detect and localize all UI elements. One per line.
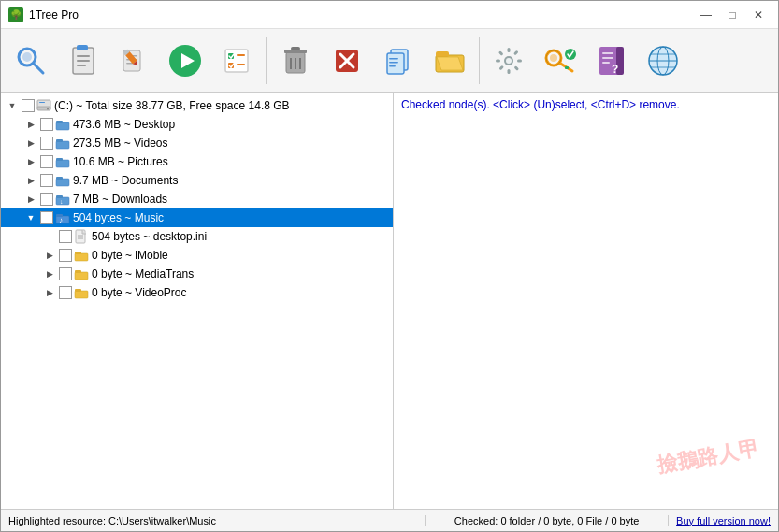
- svg-rect-38: [389, 62, 398, 64]
- drive-c-label: (C:) ~ Total size 38.77 GB, Free space 1…: [54, 99, 290, 112]
- svg-rect-91: [75, 253, 88, 261]
- status-bar: Highlighted resource: C:\Users\itwalker\…: [1, 509, 778, 531]
- checkbox-desktop-ini[interactable]: [59, 230, 72, 243]
- delete-button[interactable]: [323, 34, 371, 88]
- tree-item-desktop[interactable]: ▶ 473.6 MB ~ Desktop: [1, 115, 393, 134]
- copy-icon: [381, 43, 416, 79]
- toolbar-separator-1: [266, 37, 267, 84]
- file-desktop-ini-icon: [74, 229, 89, 244]
- trash-button[interactable]: [271, 34, 320, 88]
- tree-item-downloads[interactable]: ▶ ↓ 7 MB ~ Downloads: [1, 190, 393, 208]
- tree-item-imobie[interactable]: ▶ 0 byte ~ iMobie: [1, 246, 393, 265]
- tree-item-pictures[interactable]: ▶ 10.6 MB ~ Pictures: [1, 152, 393, 171]
- expand-mediatrans[interactable]: ▶: [42, 266, 57, 281]
- checkbox-desktop[interactable]: [40, 118, 53, 131]
- toolbar: ?: [1, 29, 778, 93]
- checklist-button[interactable]: [212, 34, 261, 88]
- key-icon: [542, 43, 578, 79]
- svg-rect-73: [39, 102, 45, 103]
- scan-button[interactable]: [7, 34, 55, 88]
- help-button[interactable]: ?: [587, 34, 636, 88]
- buy-button[interactable]: Buy full version now!: [669, 515, 778, 526]
- checkbox-imobie[interactable]: [59, 249, 72, 262]
- globe-icon: [645, 43, 681, 79]
- checkbox-downloads[interactable]: [40, 193, 53, 206]
- maximize-button[interactable]: □: [720, 6, 744, 24]
- music-label: 504 bytes ~ Music: [73, 211, 164, 224]
- svg-rect-75: [56, 121, 63, 123]
- copy-button[interactable]: [374, 34, 423, 88]
- svg-rect-96: [75, 289, 81, 292]
- svg-rect-76: [56, 141, 69, 149]
- videos-label: 273.5 MB ~ Videos: [73, 137, 168, 150]
- settings-button[interactable]: [484, 34, 533, 88]
- checkbox-mediatrans[interactable]: [59, 267, 72, 280]
- expand-pictures[interactable]: ▶: [23, 154, 38, 169]
- paste-button[interactable]: [58, 34, 107, 88]
- tree-item-videos[interactable]: ▶ 273.5 MB ~ Videos: [1, 134, 393, 152]
- tree-item-music[interactable]: ▼ ♪ 504 bytes ~ Music: [1, 208, 393, 227]
- expand-desktop[interactable]: ▶: [23, 117, 38, 132]
- svg-rect-94: [75, 270, 81, 273]
- checkbox-music[interactable]: [40, 211, 53, 224]
- svg-rect-92: [75, 252, 81, 254]
- checkbox-videoproc[interactable]: [59, 286, 72, 299]
- scan-icon: [13, 43, 49, 79]
- svg-line-1: [34, 64, 43, 73]
- svg-rect-42: [436, 51, 449, 57]
- toolbar-separator-2: [479, 37, 480, 84]
- folder-open-button[interactable]: [426, 34, 474, 88]
- tree-panel[interactable]: ▼ (C:) ~ Total size 38.77 GB, Free space…: [1, 93, 394, 509]
- svg-rect-45: [508, 48, 511, 52]
- edit-button[interactable]: [109, 34, 158, 88]
- svg-point-72: [47, 108, 49, 110]
- tree-item-documents[interactable]: ▶ 9.7 MB ~ Documents: [1, 171, 393, 190]
- settings-icon: [491, 43, 527, 79]
- svg-rect-5: [77, 55, 90, 57]
- help-icon: ?: [594, 43, 629, 79]
- trash-icon: [278, 43, 313, 79]
- expand-videoproc[interactable]: ▶: [42, 285, 57, 300]
- tree-item-drive-c[interactable]: ▼ (C:) ~ Total size 38.77 GB, Free space…: [1, 96, 393, 115]
- expand-imobie[interactable]: ▶: [42, 248, 57, 263]
- svg-rect-51: [513, 50, 519, 55]
- checkbox-documents[interactable]: [40, 174, 53, 187]
- close-button[interactable]: ✕: [746, 6, 771, 24]
- tree-item-desktop-ini[interactable]: 504 bytes ~ desktop.ini: [1, 227, 393, 246]
- folder-videos-icon: [55, 136, 70, 151]
- key-button[interactable]: [536, 34, 584, 88]
- play-button[interactable]: [161, 34, 209, 88]
- checkbox-pictures[interactable]: [40, 155, 53, 168]
- expand-videos[interactable]: ▶: [23, 136, 38, 151]
- imobie-label: 0 byte ~ iMobie: [92, 249, 168, 262]
- main-area: ▼ (C:) ~ Total size 38.77 GB, Free space…: [1, 93, 778, 509]
- globe-button[interactable]: [639, 34, 687, 88]
- svg-rect-7: [77, 65, 86, 66]
- svg-rect-80: [56, 179, 69, 186]
- expand-downloads[interactable]: ▶: [23, 192, 38, 207]
- svg-rect-47: [496, 59, 500, 62]
- svg-point-58: [565, 49, 576, 60]
- expand-music[interactable]: ▼: [23, 210, 38, 225]
- svg-rect-95: [75, 291, 88, 298]
- app-icon: 🌳: [8, 7, 23, 22]
- folder-documents-icon: [55, 173, 70, 188]
- expand-documents[interactable]: ▶: [23, 173, 38, 188]
- checkbox-videos[interactable]: [40, 137, 53, 150]
- checkbox-drive-c[interactable]: [22, 99, 35, 112]
- downloads-label: 7 MB ~ Downloads: [73, 193, 167, 206]
- tree-item-mediatrans[interactable]: ▶ 0 byte ~ MediaTrans: [1, 265, 393, 283]
- minimize-button[interactable]: —: [694, 6, 718, 24]
- folder-music-icon: ♪: [55, 210, 70, 225]
- svg-rect-46: [508, 69, 511, 74]
- svg-point-44: [506, 58, 512, 64]
- svg-rect-56: [565, 66, 569, 69]
- edit-icon: [116, 43, 151, 79]
- svg-rect-74: [56, 122, 69, 130]
- paste-icon: [65, 43, 100, 79]
- svg-rect-39: [389, 65, 396, 67]
- folder-downloads-icon: ↓: [55, 192, 70, 207]
- folder-open-icon: [432, 43, 468, 79]
- tree-item-videoproc[interactable]: ▶ 0 byte ~ VideoProc: [1, 283, 393, 302]
- expand-drive-c[interactable]: ▼: [5, 98, 20, 113]
